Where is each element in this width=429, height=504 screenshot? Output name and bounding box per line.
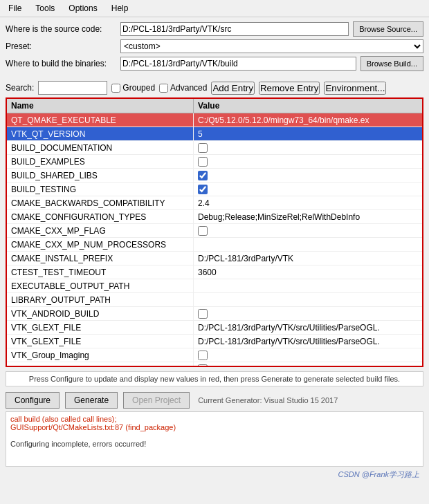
row-value: D:/PCL-181/3rdParty/VTK/src/Utilities/Pa…: [194, 335, 422, 348]
preset-row: Preset: <custom>: [6, 39, 423, 53]
row-checkbox[interactable]: [198, 226, 208, 236]
row-name: VTK_GLEXT_FILE: [7, 335, 194, 348]
config-table: Name Value QT_QMAKE_EXECUTABLEC:/Qt/5.12…: [6, 97, 423, 367]
header-name: Name: [7, 99, 194, 113]
row-checkbox[interactable]: [198, 309, 208, 319]
table-row[interactable]: BUILD_SHARED_LIBS: [7, 169, 422, 183]
output-line: GUISupport/Qt/CMakeLists.txt:87 (find_pa…: [10, 423, 419, 431]
search-input[interactable]: [38, 81, 107, 95]
row-name: VTK_QT_VERSION: [7, 127, 194, 140]
row-name: CMAKE_CXX_MP_NUM_PROCESSORS: [7, 238, 194, 251]
row-name: BUILD_EXAMPLES: [7, 155, 194, 168]
row-value[interactable]: [194, 183, 422, 196]
table-row[interactable]: EXECUTABLE_OUTPUT_PATH: [7, 279, 422, 293]
search-label: Search:: [6, 83, 34, 93]
table-row[interactable]: BUILD_DOCUMENTATION: [7, 141, 422, 155]
row-value[interactable]: [194, 169, 422, 182]
form-section: Where is the source code: Browse Source.…: [0, 17, 429, 78]
browse-source-button[interactable]: Browse Source...: [353, 21, 423, 37]
menu-file[interactable]: File: [6, 2, 24, 15]
table-row[interactable]: CMAKE_CXX_MP_NUM_PROCESSORS: [7, 238, 422, 252]
row-checkbox[interactable]: [198, 185, 208, 194]
watermark: CSDN @Frank学习路上: [338, 469, 419, 480]
binary-input[interactable]: [120, 57, 356, 71]
row-name: CTEST_TEST_TIMEOUT: [7, 265, 194, 279]
table-row[interactable]: CTEST_TEST_TIMEOUT3600: [7, 265, 422, 279]
status-text: Press Configure to update and display ne…: [29, 375, 400, 383]
row-checkbox[interactable]: [198, 364, 208, 368]
action-bar: Configure Generate Open Project Current …: [0, 389, 429, 411]
preset-select[interactable]: <custom>: [120, 39, 423, 53]
table-row[interactable]: CMAKE_BACKWARDS_COMPATIBILITY2.4: [7, 196, 422, 210]
advanced-label: Advanced: [159, 83, 207, 93]
row-name: CMAKE_INSTALL_PREFIX: [7, 252, 194, 265]
row-name: LIBRARY_OUTPUT_PATH: [7, 293, 194, 306]
row-value: D:/PCL-181/3rdParty/VTK/src/Utilities/Pa…: [194, 321, 422, 334]
row-value[interactable]: [194, 348, 422, 362]
row-name: VTK_ANDROID_BUILD: [7, 307, 194, 320]
add-entry-button[interactable]: Add Entry: [211, 82, 255, 95]
row-value[interactable]: [194, 307, 422, 320]
row-checkbox[interactable]: [198, 171, 208, 180]
row-checkbox[interactable]: [198, 351, 208, 360]
status-box: Press Configure to update and display ne…: [6, 371, 423, 386]
row-value: 3600: [194, 265, 422, 279]
open-project-button[interactable]: Open Project: [123, 392, 190, 409]
table-row[interactable]: CMAKE_CONFIGURATION_TYPESDebug;Release;M…: [7, 210, 422, 224]
grouped-checkbox[interactable]: [111, 84, 120, 93]
row-name: CMAKE_BACKWARDS_COMPATIBILITY: [7, 196, 194, 209]
row-name: VTK_Group_Imaging: [7, 348, 194, 362]
menu-tools[interactable]: Tools: [33, 2, 57, 15]
table-row[interactable]: LIBRARY_OUTPUT_PATH: [7, 293, 422, 307]
row-value: 2.4: [194, 196, 422, 209]
row-value: Debug;Release;MinSizeRel;RelWithDebInfo: [194, 210, 422, 223]
source-row: Where is the source code: Browse Source.…: [6, 21, 423, 37]
table-row[interactable]: VTK_QT_VERSION5: [7, 127, 422, 141]
row-checkbox[interactable]: [198, 143, 208, 153]
table-row[interactable]: VTK_Group_MPI: [7, 362, 422, 367]
table-row[interactable]: VTK_ANDROID_BUILD: [7, 307, 422, 321]
generate-button[interactable]: Generate: [65, 392, 118, 409]
menu-help[interactable]: Help: [109, 2, 131, 15]
row-value[interactable]: [194, 141, 422, 154]
binary-row: Where to build the binaries: Browse Buil…: [6, 56, 423, 71]
row-value: [194, 293, 422, 306]
row-value: D:/PCL-181/3rdParty/VTK: [194, 252, 422, 265]
row-name: EXECUTABLE_OUTPUT_PATH: [7, 279, 194, 292]
output-line: Configuring incomplete, errors occurred!: [10, 440, 419, 448]
row-value[interactable]: [194, 224, 422, 237]
row-value: 5: [194, 127, 422, 140]
table-row[interactable]: CMAKE_CXX_MP_FLAG: [7, 224, 422, 238]
table-row[interactable]: BUILD_TESTING: [7, 183, 422, 196]
advanced-checkbox[interactable]: [159, 84, 168, 93]
row-name: VTK_Group_MPI: [7, 362, 194, 367]
row-value: [194, 238, 422, 251]
row-name: BUILD_DOCUMENTATION: [7, 141, 194, 154]
row-value[interactable]: [194, 155, 422, 168]
header-value: Value: [194, 99, 422, 113]
row-value[interactable]: [194, 362, 422, 367]
source-input[interactable]: [120, 22, 349, 36]
table-row[interactable]: VTK_Group_Imaging: [7, 348, 422, 362]
browse-build-button[interactable]: Browse Build...: [360, 56, 423, 71]
row-checkbox[interactable]: [198, 157, 208, 167]
row-name: QT_QMAKE_EXECUTABLE: [7, 113, 194, 127]
table-row[interactable]: BUILD_EXAMPLES: [7, 155, 422, 169]
table-row[interactable]: VTK_GLEXT_FILED:/PCL-181/3rdParty/VTK/sr…: [7, 335, 422, 348]
menubar: File Tools Options Help: [0, 0, 429, 17]
table-row[interactable]: VTK_GLEXT_FILED:/PCL-181/3rdParty/VTK/sr…: [7, 321, 422, 335]
table-header: Name Value: [7, 99, 422, 113]
output-box: call build (also called call lines);GUIS…: [6, 411, 423, 467]
row-name: BUILD_SHARED_LIBS: [7, 169, 194, 182]
configure-button[interactable]: Configure: [6, 392, 60, 409]
table-row[interactable]: CMAKE_INSTALL_PREFIXD:/PCL-181/3rdParty/…: [7, 252, 422, 265]
grouped-label: Grouped: [111, 83, 155, 93]
row-name: BUILD_TESTING: [7, 183, 194, 196]
binary-label: Where to build the binaries:: [6, 59, 116, 68]
table-row[interactable]: QT_QMAKE_EXECUTABLEC:/Qt/5.12.0/5.12.0/m…: [7, 113, 422, 127]
generator-label: Current Generator: Visual Studio 15 2017: [198, 396, 338, 404]
environment-button[interactable]: Environment...: [324, 82, 386, 95]
output-line: [10, 431, 419, 440]
remove-entry-button[interactable]: Remove Entry: [259, 82, 320, 95]
menu-options[interactable]: Options: [66, 2, 100, 15]
